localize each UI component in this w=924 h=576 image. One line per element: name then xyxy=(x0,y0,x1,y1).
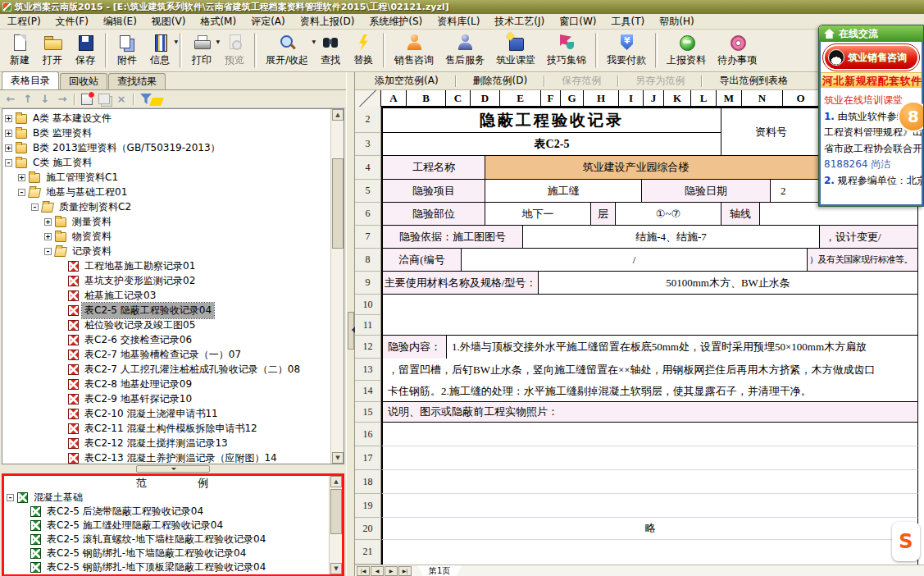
tips-button[interactable]: 技巧集锦 ▼ xyxy=(541,30,592,71)
tree-expander-icon[interactable] xyxy=(7,494,14,501)
row-number[interactable]: 4 xyxy=(355,156,381,180)
row-number[interactable]: 13 xyxy=(355,359,381,381)
move-left-button[interactable]: ← xyxy=(5,93,16,105)
select-all-corner[interactable] xyxy=(355,90,381,107)
row-number[interactable]: 6 xyxy=(355,203,381,226)
example-item[interactable]: 表C2-5 钢筋绑扎-地下墙隐蔽工程验收记录04 xyxy=(4,546,342,560)
examples-scrollbar[interactable]: ▲ ▼ xyxy=(329,476,342,574)
chat-line[interactable]: 2. 规程参编单位：北京 xyxy=(824,173,918,190)
open-button[interactable]: 打开 ▼ xyxy=(36,30,69,71)
column-header[interactable]: A xyxy=(381,90,407,107)
row-number[interactable]: 2 xyxy=(355,107,381,133)
column-header[interactable]: H xyxy=(584,90,619,107)
delete-example-button[interactable]: 删除范例(D) xyxy=(462,73,539,89)
print-button[interactable]: 打印 ▼ xyxy=(185,30,218,71)
tree-item[interactable]: 表C2-9 地基钎探记录10 xyxy=(2,391,330,406)
tree-expander-icon[interactable] xyxy=(5,144,12,152)
menu-item[interactable]: 工具(T) xyxy=(604,15,653,29)
tree-item[interactable]: 表C2-7 人工挖孔灌注桩桩成孔验收记录（二）08 xyxy=(2,362,330,377)
tree-expander-icon[interactable] xyxy=(31,203,39,211)
tree-scrollbar[interactable]: ▲ ▼ xyxy=(330,109,344,464)
menu-item[interactable]: 帮助(H) xyxy=(652,15,701,29)
save-as-example-button[interactable]: 另存为范例 xyxy=(624,73,696,89)
row-number[interactable]: 7 xyxy=(355,226,381,249)
qq-sales-button[interactable]: 筑业销售咨询 xyxy=(823,44,919,71)
tree-item[interactable]: 表C2-8 地基处理记录09 xyxy=(2,377,330,391)
info-button[interactable]: 信息 ▼ xyxy=(143,30,176,71)
tree-item[interactable]: 桩基施工记录03 xyxy=(2,288,330,303)
cell-content-label[interactable]: 隐验内容： xyxy=(381,336,447,359)
notification-badge[interactable]: 8 xyxy=(898,101,924,132)
last-sheet-button[interactable]: ▶| xyxy=(398,566,412,576)
column-header[interactable]: J xyxy=(644,90,664,107)
tree-item[interactable]: B类 2013监理资料（GB/T50319-2013） xyxy=(2,140,330,155)
example-item[interactable]: 表C2-5 后浇带隐蔽工程验收记录04 xyxy=(4,505,342,519)
cell-basis-label[interactable]: 隐验依据：施工图图号 xyxy=(381,226,523,249)
column-header[interactable]: O xyxy=(783,90,819,107)
scroll-up-icon[interactable]: ▲ xyxy=(332,109,344,121)
chat-line[interactable]: 8188264 尚洁 xyxy=(824,157,918,173)
cell-photos-label[interactable]: 说明、图示或隐蔽前工程实物照片： xyxy=(381,402,918,423)
tree-expander-icon[interactable] xyxy=(5,130,12,137)
menu-item[interactable]: 格式(M) xyxy=(193,15,244,29)
tree-item[interactable]: 工程地基施工勘察记录01 xyxy=(2,258,330,273)
cell-floor-label[interactable]: 层 xyxy=(591,203,616,226)
column-header[interactable]: C xyxy=(446,90,471,107)
menu-item[interactable]: 技术工艺(J) xyxy=(487,15,552,29)
cell-empty[interactable] xyxy=(381,315,918,336)
tree-item[interactable]: 表C2-11 混凝土构件模板拆除申请书12 xyxy=(2,421,330,436)
move-up-button[interactable]: ↑ xyxy=(22,93,34,105)
scroll-up-icon[interactable]: ▲ xyxy=(330,476,342,487)
next-sheet-button[interactable]: ▶ xyxy=(385,566,398,576)
copy-item-button[interactable] xyxy=(98,94,110,104)
cell-empty[interactable] xyxy=(381,470,918,494)
cell-empty[interactable] xyxy=(381,494,918,518)
tree-item[interactable]: A类 基本建设文件 xyxy=(2,111,330,126)
tree-item[interactable]: C类 施工资料 xyxy=(2,155,330,170)
tree-expander-icon[interactable] xyxy=(44,218,52,226)
save-example-button[interactable]: 保存范例 xyxy=(550,73,612,89)
todo-button[interactable]: 待办事项 ▼ xyxy=(712,30,762,71)
zhuye-class-button[interactable]: 筑业课堂 ▼ xyxy=(490,30,541,71)
cell-omitted[interactable]: 略 xyxy=(381,518,918,540)
column-header[interactable]: I xyxy=(619,90,644,107)
cell-hidden-part-label[interactable]: 隐验部位 xyxy=(381,203,485,226)
cell-project-name-label[interactable]: 工程名称 xyxy=(381,156,485,180)
expand-collapse-button[interactable]: 展开/收起 ▼ xyxy=(260,30,314,71)
example-item[interactable]: 表C2-5 施工缝处理隐蔽工程验收记录04 xyxy=(4,519,342,533)
scroll-down-icon[interactable]: ▼ xyxy=(330,563,342,574)
sales-consult-button[interactable]: 销售咨询 ▼ xyxy=(389,30,439,71)
row-number[interactable]: 20 xyxy=(355,518,381,540)
column-header[interactable]: B xyxy=(407,90,446,107)
cell-hidden-item-value[interactable]: 施工缝 xyxy=(485,180,642,203)
cell-content-text-2[interactable]: ，留置凹槽，后钉BW止水条，竖向施工缝留置在××轴处，用钢板网拦住后再用木方挤紧… xyxy=(381,359,918,381)
column-header[interactable]: K xyxy=(664,90,691,107)
row-number[interactable]: 9 xyxy=(355,272,381,295)
tree-item[interactable]: 表C2-5 隐蔽工程验收记录04 xyxy=(2,303,330,318)
row-number[interactable]: 15 xyxy=(355,402,381,423)
menu-item[interactable]: 编辑(E) xyxy=(96,15,144,29)
tree-item[interactable]: 基坑支护变形监测记录02 xyxy=(2,273,330,288)
tree-item[interactable]: 表C2-7 地基验槽检查记录（一）07 xyxy=(2,347,330,362)
row-number[interactable]: 12 xyxy=(355,336,381,359)
panel-splitter[interactable] xyxy=(346,72,355,576)
column-header[interactable]: G xyxy=(561,90,584,107)
tree-expander-icon[interactable] xyxy=(5,159,12,167)
prev-sheet-button[interactable]: ◀ xyxy=(371,566,384,576)
cell-negotiation-label[interactable]: 洽商(编号 xyxy=(381,249,462,272)
catalog-tab[interactable]: 查找结果 xyxy=(108,73,166,89)
tree-item[interactable]: 地基与基础工程01 xyxy=(2,185,330,199)
column-header[interactable]: D xyxy=(471,90,500,107)
tree-item[interactable]: 表C2-6 交接检查记录06 xyxy=(2,332,330,347)
collapse-splitter-button[interactable] xyxy=(136,465,210,473)
filter-bolt-icon[interactable] xyxy=(149,98,164,106)
cell-empty[interactable] xyxy=(381,446,918,470)
menu-item[interactable]: 资料库(L) xyxy=(430,15,487,29)
cell-hidden-date-label[interactable]: 隐验日期 xyxy=(642,180,771,203)
row-number[interactable]: 14 xyxy=(355,381,381,402)
column-header[interactable]: M xyxy=(717,90,742,107)
new-button[interactable]: 新建 ▼ xyxy=(3,30,36,71)
cell-axis-range-value[interactable]: ①~⑦ xyxy=(616,203,721,226)
row-number[interactable]: 10 xyxy=(355,295,381,315)
tree-item[interactable]: 表C2-10 混凝土浇灌申请书11 xyxy=(2,406,330,421)
